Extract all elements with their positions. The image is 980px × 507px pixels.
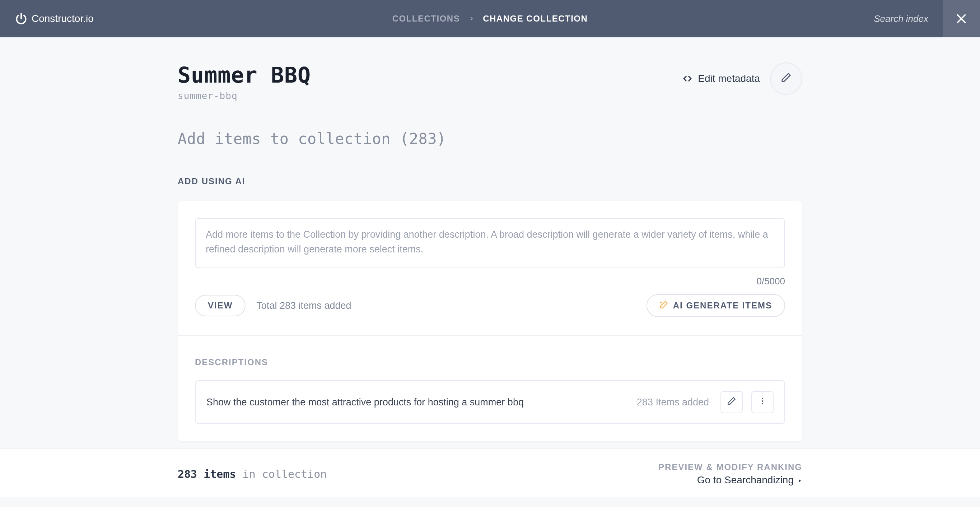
go-to-searchandizing-link[interactable]: Go to Searchandizing — [697, 474, 802, 486]
view-button-label: VIEW — [208, 301, 232, 311]
description-text: Show the customer the most attractive pr… — [207, 397, 628, 408]
edit-description-button[interactable] — [721, 391, 743, 413]
search-index-link[interactable]: Search index — [874, 13, 943, 24]
section-heading: Add items to collection (283) — [178, 130, 802, 148]
breadcrumb: COLLECTIONS CHANGE COLLECTION — [392, 14, 588, 24]
svg-marker-5 — [799, 479, 801, 482]
title-block: Summer BBQ summer-bbq — [178, 62, 311, 101]
preview-modify-label: PREVIEW & MODIFY RANKING — [659, 462, 802, 472]
pencil-icon — [781, 72, 792, 86]
footer-right: PREVIEW & MODIFY RANKING Go to Searchand… — [659, 462, 802, 486]
descriptions-section: DESCRIPTIONS Show the customer the most … — [178, 336, 802, 441]
ai-description-input[interactable] — [195, 218, 785, 268]
ai-generate-label: AI GENERATE ITEMS — [673, 301, 772, 311]
description-count: 283 Items added — [637, 397, 709, 408]
view-button[interactable]: VIEW — [195, 295, 245, 316]
power-icon — [14, 12, 28, 26]
title-row: Summer BBQ summer-bbq Edit metadata — [178, 62, 802, 101]
svg-point-3 — [762, 400, 763, 402]
close-icon — [955, 12, 968, 25]
svg-point-2 — [762, 398, 763, 399]
page-title: Summer BBQ — [178, 62, 311, 88]
edit-metadata-label: Edit metadata — [698, 73, 760, 84]
card-actions: VIEW Total 283 items added AI GENERATE I… — [195, 294, 785, 334]
description-row: Show the customer the most attractive pr… — [195, 380, 785, 424]
caret-right-icon — [797, 474, 802, 486]
breadcrumb-parent[interactable]: COLLECTIONS — [392, 14, 460, 24]
close-button[interactable] — [943, 0, 980, 37]
page-content: Summer BBQ summer-bbq Edit metadata Add … — [178, 37, 802, 441]
brand-name: Constructor.io — [32, 13, 94, 24]
title-actions: Edit metadata — [682, 62, 802, 95]
footer-bar: 283 items in collection PREVIEW & MODIFY… — [0, 448, 980, 497]
breadcrumb-current: CHANGE COLLECTION — [483, 14, 588, 24]
total-items-text: Total 283 items added — [256, 300, 351, 311]
collection-slug: summer-bbq — [178, 91, 311, 101]
add-using-ai-label: ADD USING AI — [178, 176, 802, 187]
header-right: Search index — [874, 0, 980, 37]
pencil-icon — [727, 396, 736, 408]
app-header: Constructor.io COLLECTIONS CHANGE COLLEC… — [0, 0, 980, 37]
kebab-menu-icon — [758, 396, 767, 408]
brand-logo[interactable]: Constructor.io — [14, 12, 94, 26]
footer-count-strong: 283 items — [178, 468, 236, 480]
footer-item-count: 283 items in collection — [178, 468, 327, 480]
chevron-right-icon — [468, 14, 474, 24]
ai-card: 0/5000 VIEW Total 283 items added AI GEN… — [178, 201, 802, 441]
magic-wand-icon — [659, 300, 669, 311]
descriptions-label: DESCRIPTIONS — [195, 357, 785, 367]
footer-count-rest: in collection — [236, 468, 327, 480]
svg-point-4 — [762, 403, 763, 404]
description-more-button[interactable] — [751, 391, 773, 413]
char-count: 0/5000 — [195, 276, 785, 287]
code-brackets-icon — [682, 73, 693, 84]
searchandizing-label: Go to Searchandizing — [697, 474, 794, 486]
edit-button[interactable] — [770, 62, 802, 95]
edit-metadata-link[interactable]: Edit metadata — [682, 73, 760, 84]
ai-generate-button[interactable]: AI GENERATE ITEMS — [646, 294, 785, 317]
